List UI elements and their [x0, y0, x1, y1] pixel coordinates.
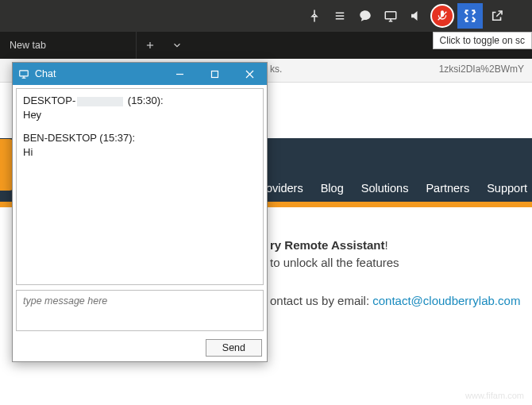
chat-window: Chat DESKTOP- (15:30): Hey BEN-DESKTOP (…: [12, 62, 268, 362]
nav-item[interactable]: Partners: [426, 182, 469, 195]
mic-mute-button[interactable]: [430, 4, 454, 28]
pin-icon[interactable]: [303, 5, 326, 27]
page-headline: ry Remote Assistant!: [270, 238, 524, 252]
chat-app-icon: [17, 68, 30, 80]
chat-message: BEN-DESKTOP (15:37): Hi: [23, 131, 256, 159]
contact-email-link[interactable]: contact@cloudberrylab.com: [372, 294, 520, 307]
chat-message-body: Hey: [23, 108, 256, 122]
site-nav-menu: e Providers Blog Solutions Partners Supp…: [245, 182, 527, 195]
minimize-button[interactable]: [162, 63, 197, 85]
watermark: www.fifam.com: [465, 391, 524, 400]
redacted-text: [77, 97, 123, 106]
page-contact-line: ontact us by email: contact@cloudberryla…: [270, 294, 524, 307]
svg-rect-9: [20, 71, 29, 76]
tab-label: New tab: [10, 40, 46, 51]
chat-titlebar[interactable]: Chat: [13, 63, 267, 85]
chat-log: DESKTOP- (15:30): Hey BEN-DESKTOP (15:37…: [16, 88, 264, 285]
chat-title-text: Chat: [35, 68, 56, 79]
chat-input[interactable]: [16, 290, 264, 331]
monitor-icon[interactable]: [380, 5, 402, 27]
svg-rect-3: [385, 12, 396, 19]
popout-icon[interactable]: [486, 5, 508, 27]
maximize-button[interactable]: [197, 63, 232, 85]
speaker-icon[interactable]: [405, 5, 427, 27]
toolbar-tooltip: Click to toggle on sc: [433, 32, 532, 49]
url-bar-text[interactable]: ks. 1zksi2DIa%2BWmY: [270, 64, 524, 75]
nav-item[interactable]: Solutions: [361, 182, 409, 195]
send-button[interactable]: Send: [206, 339, 262, 357]
nav-item[interactable]: Blog: [321, 182, 344, 195]
chat-icon[interactable]: [354, 5, 376, 27]
new-tab-button[interactable]: [137, 32, 164, 59]
tabs-menu-button[interactable]: [164, 32, 191, 59]
fit-screen-button[interactable]: [457, 3, 483, 29]
browser-tabbar: New tab: [0, 32, 191, 59]
close-button[interactable]: [232, 63, 267, 85]
browser-tab[interactable]: New tab: [0, 32, 137, 59]
page-subline: to unlock all the features: [270, 256, 524, 269]
chat-message-body: Hi: [23, 145, 256, 160]
remote-session-toolbar: [303, 3, 508, 29]
chat-message: DESKTOP- (15:30): Hey: [23, 94, 256, 122]
nav-item[interactable]: Support: [487, 182, 527, 195]
list-icon[interactable]: [329, 5, 351, 27]
svg-rect-13: [211, 71, 218, 77]
